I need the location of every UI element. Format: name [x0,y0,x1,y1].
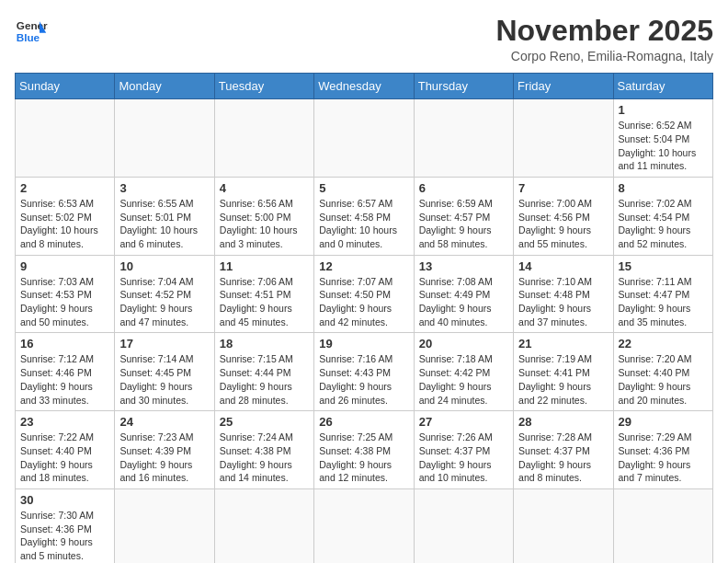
day-number: 16 [20,337,109,350]
day-number: 22 [619,337,708,350]
calendar-cell [314,99,414,178]
calendar-cell [115,488,214,563]
calendar-cell: 25Sunrise: 7:24 AM Sunset: 4:38 PM Dayli… [214,411,313,489]
location-subtitle: Corpo Reno, Emilia-Romagna, Italy [495,49,713,63]
calendar-cell [514,99,613,178]
calendar-cell [115,99,214,178]
calendar-week-1: 2Sunrise: 6:53 AM Sunset: 5:02 PM Daylig… [16,177,713,255]
day-info: Sunrise: 6:57 AM Sunset: 4:58 PM Dayligh… [319,197,408,251]
day-number: 10 [119,259,209,273]
col-header-friday: Friday [514,74,613,99]
calendar-cell [16,99,115,178]
day-number: 3 [119,181,209,195]
calendar-cell [613,488,712,563]
day-number: 28 [518,415,608,429]
day-number: 12 [319,259,408,273]
calendar-cell [314,488,414,563]
calendar-cell: 30Sunrise: 7:30 AM Sunset: 4:36 PM Dayli… [16,488,115,563]
day-number: 14 [518,259,608,273]
col-header-monday: Monday [115,74,214,99]
day-number: 29 [619,415,708,429]
day-info: Sunrise: 6:55 AM Sunset: 5:01 PM Dayligh… [119,197,209,251]
day-info: Sunrise: 7:23 AM Sunset: 4:39 PM Dayligh… [119,431,209,485]
calendar-cell: 20Sunrise: 7:18 AM Sunset: 4:42 PM Dayli… [414,333,513,411]
calendar-cell: 27Sunrise: 7:26 AM Sunset: 4:37 PM Dayli… [414,411,513,489]
calendar-cell [414,488,513,563]
day-number: 4 [220,181,309,195]
day-info: Sunrise: 7:08 AM Sunset: 4:49 PM Dayligh… [419,275,508,329]
day-number: 2 [20,181,109,195]
calendar-cell: 26Sunrise: 7:25 AM Sunset: 4:38 PM Dayli… [314,411,414,489]
day-info: Sunrise: 7:06 AM Sunset: 4:51 PM Dayligh… [220,275,309,329]
day-number: 7 [518,181,608,195]
calendar-cell: 29Sunrise: 7:29 AM Sunset: 4:36 PM Dayli… [613,411,712,489]
day-info: Sunrise: 7:16 AM Sunset: 4:43 PM Dayligh… [319,352,408,407]
day-info: Sunrise: 7:25 AM Sunset: 4:38 PM Dayligh… [319,431,408,485]
month-title: November 2025 [495,15,713,47]
day-number: 6 [419,181,508,195]
day-info: Sunrise: 7:15 AM Sunset: 4:44 PM Dayligh… [220,352,309,407]
day-info: Sunrise: 7:04 AM Sunset: 4:52 PM Dayligh… [119,275,209,329]
day-number: 21 [518,337,608,350]
col-header-sunday: Sunday [16,74,115,99]
day-number: 17 [119,337,209,350]
day-info: Sunrise: 7:20 AM Sunset: 4:40 PM Dayligh… [619,352,708,407]
calendar-cell: 3Sunrise: 6:55 AM Sunset: 5:01 PM Daylig… [115,177,214,255]
day-number: 18 [220,337,309,350]
day-info: Sunrise: 7:22 AM Sunset: 4:40 PM Dayligh… [20,431,109,485]
day-info: Sunrise: 7:02 AM Sunset: 4:54 PM Dayligh… [619,197,708,251]
day-number: 23 [20,415,109,429]
page-header: General Blue November 2025 Corpo Reno, E… [15,15,713,63]
calendar-week-5: 30Sunrise: 7:30 AM Sunset: 4:36 PM Dayli… [16,488,713,563]
calendar-cell: 14Sunrise: 7:10 AM Sunset: 4:48 PM Dayli… [514,255,613,333]
day-number: 20 [419,337,508,350]
calendar-cell: 19Sunrise: 7:16 AM Sunset: 4:43 PM Dayli… [314,333,414,411]
calendar-cell [414,99,513,178]
calendar-cell: 11Sunrise: 7:06 AM Sunset: 4:51 PM Dayli… [214,255,313,333]
day-number: 8 [619,181,708,195]
calendar-cell: 6Sunrise: 6:59 AM Sunset: 4:57 PM Daylig… [414,177,513,255]
day-info: Sunrise: 7:18 AM Sunset: 4:42 PM Dayligh… [419,352,508,407]
svg-text:Blue: Blue [17,31,40,43]
calendar-cell: 2Sunrise: 6:53 AM Sunset: 5:02 PM Daylig… [16,177,115,255]
logo: General Blue [15,15,48,48]
calendar-cell: 7Sunrise: 7:00 AM Sunset: 4:56 PM Daylig… [514,177,613,255]
calendar-cell: 16Sunrise: 7:12 AM Sunset: 4:46 PM Dayli… [16,333,115,411]
day-number: 24 [119,415,209,429]
day-info: Sunrise: 7:30 AM Sunset: 4:36 PM Dayligh… [20,509,109,563]
day-number: 30 [20,493,109,507]
logo-icon: General Blue [15,15,48,48]
calendar-cell: 21Sunrise: 7:19 AM Sunset: 4:41 PM Dayli… [514,333,613,411]
day-number: 13 [419,259,508,273]
day-info: Sunrise: 6:56 AM Sunset: 5:00 PM Dayligh… [220,197,309,251]
calendar-cell [214,488,313,563]
calendar-cell: 22Sunrise: 7:20 AM Sunset: 4:40 PM Dayli… [613,333,712,411]
calendar-table: SundayMondayTuesdayWednesdayThursdayFrid… [15,73,713,563]
calendar-week-3: 16Sunrise: 7:12 AM Sunset: 4:46 PM Dayli… [16,333,713,411]
col-header-thursday: Thursday [414,74,513,99]
day-info: Sunrise: 6:52 AM Sunset: 5:04 PM Dayligh… [619,119,708,173]
calendar-cell: 8Sunrise: 7:02 AM Sunset: 4:54 PM Daylig… [613,177,712,255]
day-number: 15 [619,259,708,273]
day-number: 1 [619,103,708,117]
col-header-tuesday: Tuesday [214,74,313,99]
day-info: Sunrise: 7:00 AM Sunset: 4:56 PM Dayligh… [518,197,608,251]
calendar-cell: 15Sunrise: 7:11 AM Sunset: 4:47 PM Dayli… [613,255,712,333]
calendar-cell: 9Sunrise: 7:03 AM Sunset: 4:53 PM Daylig… [16,255,115,333]
day-number: 19 [319,337,408,350]
calendar-cell: 23Sunrise: 7:22 AM Sunset: 4:40 PM Dayli… [16,411,115,489]
day-info: Sunrise: 7:03 AM Sunset: 4:53 PM Dayligh… [20,275,109,329]
day-info: Sunrise: 6:59 AM Sunset: 4:57 PM Dayligh… [419,197,508,251]
calendar-header-row: SundayMondayTuesdayWednesdayThursdayFrid… [16,74,713,99]
calendar-cell: 24Sunrise: 7:23 AM Sunset: 4:39 PM Dayli… [115,411,214,489]
calendar-cell [214,99,313,178]
day-info: Sunrise: 7:14 AM Sunset: 4:45 PM Dayligh… [119,352,209,407]
day-number: 5 [319,181,408,195]
day-info: Sunrise: 7:07 AM Sunset: 4:50 PM Dayligh… [319,275,408,329]
day-info: Sunrise: 7:28 AM Sunset: 4:37 PM Dayligh… [518,431,608,485]
calendar-week-0: 1Sunrise: 6:52 AM Sunset: 5:04 PM Daylig… [16,99,713,178]
day-info: Sunrise: 7:12 AM Sunset: 4:46 PM Dayligh… [20,352,109,407]
day-info: Sunrise: 7:24 AM Sunset: 4:38 PM Dayligh… [220,431,309,485]
calendar-cell: 10Sunrise: 7:04 AM Sunset: 4:52 PM Dayli… [115,255,214,333]
calendar-cell: 13Sunrise: 7:08 AM Sunset: 4:49 PM Dayli… [414,255,513,333]
